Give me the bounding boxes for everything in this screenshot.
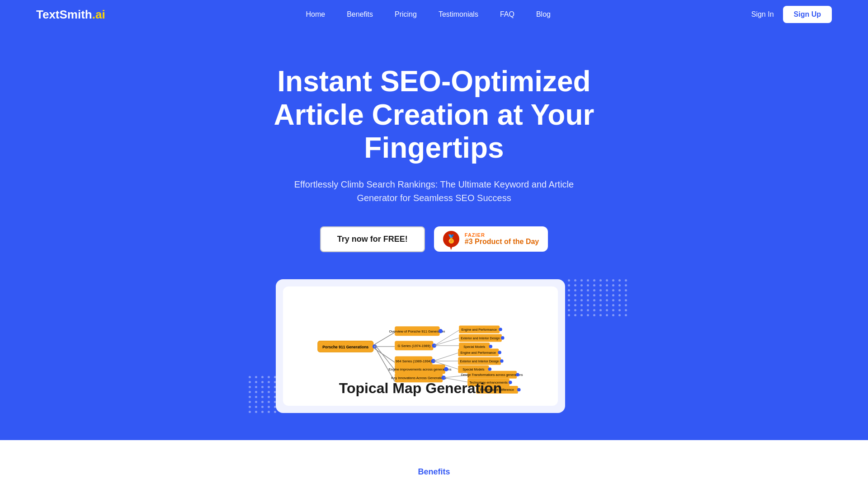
logo-suffix: .ai (92, 8, 105, 22)
logo-text: TextSmith (36, 8, 92, 22)
svg-text:964 Series (1989-1994): 964 Series (1989-1994) (396, 359, 432, 363)
svg-point-32 (501, 336, 505, 340)
hero-title: Instant SEO-Optimized Article Creation a… (231, 65, 637, 165)
feature-card-title: Topical Map Generation (292, 380, 549, 397)
svg-line-36 (433, 353, 458, 361)
svg-text:Overview of Porsche 911 Genera: Overview of Porsche 911 Generation (389, 329, 445, 333)
hero-section: Instant SEO-Optimized Article Creation a… (0, 29, 868, 440)
nav-benefits[interactable]: Benefits (347, 10, 373, 19)
nav-links: Home Benefits Pricing Testimonials FAQ B… (306, 10, 550, 19)
svg-line-6 (375, 348, 395, 362)
benefits-section: Benefits Benefits (0, 440, 868, 488)
svg-text:Special Models: Special Models (462, 368, 485, 371)
nav-faq[interactable]: FAQ (500, 10, 514, 19)
medal-icon: 🏅 (443, 231, 459, 247)
try-free-button[interactable]: Try now for FREE! (320, 226, 425, 252)
sign-up-button[interactable]: Sign Up (783, 6, 832, 23)
svg-text:Key Innovations Across Generat: Key Innovations Across Generations (391, 376, 446, 380)
sign-in-button[interactable]: Sign In (751, 10, 774, 19)
svg-text:Engine and Performance: Engine and Performance (461, 351, 496, 355)
svg-text:Porsche 911 Generations: Porsche 911 Generations (322, 344, 368, 349)
svg-line-7 (375, 344, 395, 370)
svg-text:Engine improvements across gen: Engine improvements across generations (388, 367, 451, 371)
svg-point-44 (500, 359, 504, 363)
svg-text:G Series (1974-1989): G Series (1974-1989) (397, 344, 430, 348)
badge-rank: #3 Product of the Day (465, 238, 539, 246)
svg-point-29 (499, 328, 502, 331)
nav-blog[interactable]: Blog (536, 10, 551, 19)
svg-text:Special Models: Special Models (463, 345, 486, 348)
svg-point-11 (439, 329, 443, 333)
benefits-section-label: Benefits (418, 467, 450, 477)
dots-left: document.currentScript.insertAdjacentHTM… (249, 376, 278, 413)
svg-line-4 (375, 332, 395, 344)
svg-point-35 (489, 345, 492, 348)
nav-testimonials[interactable]: Testimonials (439, 10, 478, 19)
svg-point-52 (516, 373, 519, 376)
dots-right: // generate dots inline document.current… (568, 279, 628, 316)
hero-subtitle: Effortlessly Climb Search Rankings: The … (280, 178, 588, 205)
feature-image-wrapper: // generate dots inline document.current… (276, 279, 592, 413)
hero-buttons: Try now for FREE! 🏅 FAZIER #3 Product of… (320, 226, 548, 252)
nav-home[interactable]: Home (306, 10, 325, 19)
product-of-day-badge[interactable]: 🏅 FAZIER #3 Product of the Day (434, 226, 548, 252)
svg-point-20 (444, 367, 448, 371)
svg-text:Exterior and Interior Design: Exterior and Interior Design (461, 337, 500, 340)
badge-label: FAZIER (465, 232, 539, 238)
navbar: TextSmith .ai Home Benefits Pricing Test… (0, 0, 868, 29)
badge-info: FAZIER #3 Product of the Day (465, 232, 539, 246)
svg-point-47 (488, 367, 492, 371)
svg-line-25 (434, 338, 459, 346)
svg-point-41 (498, 351, 501, 354)
svg-text:Exterior and Interior Design: Exterior and Interior Design (460, 360, 499, 363)
svg-text:Design Transformations across : Design Transformations across generation… (461, 373, 523, 377)
logo[interactable]: TextSmith .ai (36, 8, 105, 22)
svg-text:Engine and Performance: Engine and Performance (461, 328, 497, 332)
nav-actions: Sign In Sign Up (751, 6, 832, 23)
nav-pricing[interactable]: Pricing (395, 10, 417, 19)
feature-card: Porsche 911 Generations + Overview of Po… (276, 279, 565, 413)
benefits-section-title: Benefits (384, 484, 484, 488)
feature-card-inner: Porsche 911 Generations + Overview of Po… (283, 286, 558, 406)
